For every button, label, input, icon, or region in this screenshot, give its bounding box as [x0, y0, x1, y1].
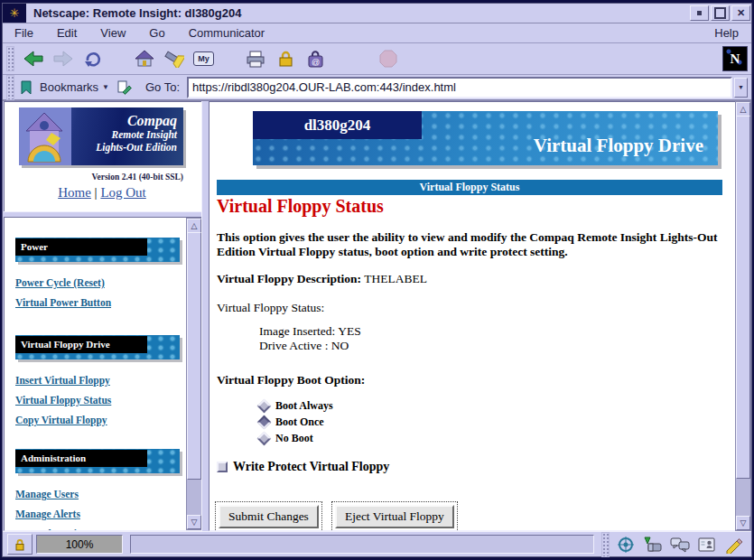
status-label: Virtual Floppy Status: [217, 301, 324, 315]
menu-help[interactable]: Help [702, 24, 751, 42]
description-row: Virtual Floppy Description: THELABEL [217, 272, 427, 286]
status-lock-icon [14, 538, 26, 551]
bookmarks-icon[interactable] [18, 79, 36, 96]
maximize-icon [714, 7, 726, 19]
radio-icon [257, 432, 272, 446]
scroll-up-icon[interactable]: △ [736, 102, 750, 117]
scroll-up-icon[interactable]: △ [187, 219, 201, 233]
security-lock-icon [275, 50, 295, 68]
radio-boot-once[interactable]: Boot Once [259, 415, 324, 429]
page-banner: dl380g204 Virtual Floppy Drive [253, 111, 718, 165]
banner-title: Virtual Floppy Drive [534, 135, 703, 157]
maximize-button[interactable] [711, 5, 730, 21]
menu-file[interactable]: File [3, 24, 45, 42]
page-proxy-icon[interactable] [116, 79, 133, 96]
toolbar-grip[interactable] [6, 46, 14, 71]
bookmarks-dropdown-icon[interactable]: ▼ [102, 83, 109, 91]
scroll-down-icon[interactable]: ▽ [187, 515, 201, 529]
submit-changes-button[interactable]: Submit Changes [219, 505, 319, 528]
session-links: Home | Log Out [5, 185, 200, 201]
checkbox-icon [217, 462, 228, 472]
main-scrollbar-thumb[interactable] [736, 116, 750, 479]
eject-virtual-floppy-button[interactable]: Eject Virtual Floppy [335, 505, 454, 528]
radio-selected-icon [257, 415, 272, 430]
location-bar-grip[interactable] [6, 75, 14, 100]
home-icon [135, 50, 154, 68]
stop-button[interactable] [373, 45, 403, 72]
menu-communicator[interactable]: Communicator [177, 24, 277, 42]
description-value: THELABEL [364, 272, 427, 285]
section-header-administration: Administration [15, 449, 180, 473]
home-button[interactable] [129, 45, 159, 72]
component-bar-grip[interactable] [601, 532, 610, 557]
netscape-logo[interactable]: N [722, 46, 748, 71]
url-input[interactable]: https://ribdl380g204.OUR-LAB.com:443/ind… [187, 77, 732, 98]
home-link[interactable]: Home [58, 185, 91, 200]
scroll-down-icon[interactable]: ▽ [736, 516, 750, 530]
menu-go[interactable]: Go [137, 24, 176, 42]
sidebar-link-power-cycle[interactable]: Power Cycle (Reset) [15, 277, 105, 288]
main-scrollbar[interactable]: △ ▽ [735, 101, 751, 531]
logout-link[interactable]: Log Out [100, 185, 145, 200]
sidebar-link-copy-virtual-floppy[interactable]: Copy Virtual Floppy [15, 415, 107, 425]
title-bar[interactable]: ✳ Netscape: Remote Insight: dl380g204 ✕ [3, 4, 751, 23]
boot-option-label: Virtual Floppy Boot Option: [217, 373, 365, 387]
status-lines: Image Inserted: YES Drive Active : NO [259, 324, 361, 353]
component-bar [613, 535, 747, 555]
sidebar-link-manage-users[interactable]: Manage Users [15, 489, 79, 499]
back-icon [23, 50, 44, 68]
sidebar-link-virtual-power-button[interactable]: Virtual Power Button [15, 297, 111, 308]
sidebar-link-virtual-floppy-status[interactable]: Virtual Floppy Status [15, 395, 111, 406]
close-button[interactable]: ✕ [731, 5, 750, 21]
description-label: Virtual Floppy Description: [217, 272, 361, 285]
sidebar-top-frame: Compaq Remote Insight Lights-Out Edition… [4, 101, 203, 213]
sidebar-link-manage-alerts[interactable]: Manage Alerts [15, 509, 80, 519]
window-menu-button[interactable]: ✳ [3, 4, 26, 23]
radio-no-boot[interactable]: No Boot [259, 432, 313, 445]
navigation-toolbar: My @ N [3, 43, 751, 75]
version-label: Version 2.41 (40-bit SSL) [19, 173, 183, 182]
sidebar-scrollbar[interactable]: △ ▽ [186, 218, 202, 530]
write-protect-checkbox[interactable]: Write Protect Virtual Floppy [217, 460, 389, 474]
section-header-virtual-floppy: Virtual Floppy Drive [15, 335, 180, 359]
reload-button[interactable] [78, 45, 107, 72]
status-bar: 100% [3, 531, 751, 556]
url-text[interactable]: https://ribdl380g204.OUR-LAB.com:443/ind… [189, 80, 731, 94]
my-netscape-button[interactable]: My [189, 45, 219, 72]
security-status-button[interactable] [7, 534, 33, 555]
menu-edit[interactable]: Edit [45, 24, 88, 42]
server-name: dl380g204 [253, 111, 422, 139]
compaq-logo-text: Compaq Remote Insight Lights-Out Edition [96, 113, 177, 154]
window-menu-icon: ✳ [10, 7, 20, 19]
mailbox-button[interactable] [640, 535, 666, 555]
print-button[interactable] [240, 45, 270, 72]
discussions-button[interactable] [667, 535, 693, 555]
section-title-bar: Virtual Floppy Status [217, 180, 722, 195]
page-title: Virtual Floppy Status [217, 196, 384, 217]
bookmarks-button[interactable]: Bookmarks [40, 80, 98, 94]
search-button[interactable] [159, 45, 189, 72]
menu-view[interactable]: View [88, 24, 137, 42]
shop-bag-icon: @ [305, 50, 325, 68]
url-history-dropdown[interactable]: ▼ [734, 78, 748, 98]
section-header-power: Power [15, 238, 180, 262]
forward-button[interactable] [48, 45, 78, 72]
address-book-button[interactable] [694, 535, 720, 555]
search-flashlight-icon [164, 50, 184, 68]
sidebar-link-insert-virtual-floppy[interactable]: Insert Virtual Floppy [15, 375, 110, 386]
composer-button[interactable] [721, 535, 747, 555]
sidebar-scrollbar-thumb[interactable] [187, 232, 201, 480]
back-button[interactable] [18, 45, 48, 72]
intro-text: This option gives the user the ability t… [217, 230, 733, 259]
form-buttons: Submit Changes Eject Virtual Floppy [219, 505, 454, 528]
shop-button[interactable]: @ [300, 45, 330, 72]
navigator-button[interactable] [613, 535, 638, 555]
radio-boot-always[interactable]: Boot Always [259, 399, 333, 413]
minimize-button[interactable] [690, 5, 709, 21]
location-bar: Bookmarks ▼ Go To: https://ribdl380g204.… [3, 75, 751, 101]
sidebar-link-network-settings[interactable]: Network Settings [15, 528, 92, 531]
compaq-logo[interactable]: Compaq Remote Insight Lights-Out Edition [19, 107, 183, 165]
security-button[interactable] [270, 45, 300, 72]
svg-text:@: @ [311, 58, 319, 67]
zoom-level[interactable]: 100% [36, 535, 123, 554]
